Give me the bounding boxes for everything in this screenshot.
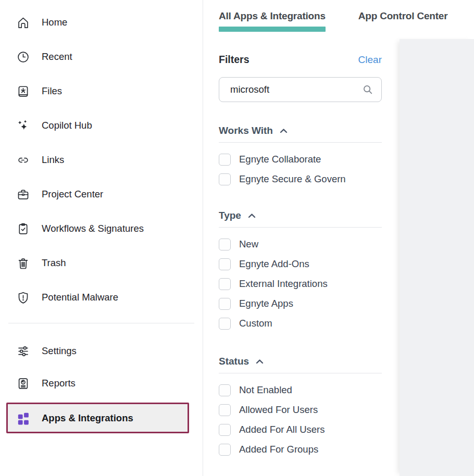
filter-panel: Filters Clear Works With — [219, 54, 382, 459]
section-title: Type — [219, 210, 241, 221]
section-divider — [219, 227, 382, 228]
filter-option-new[interactable]: New — [219, 234, 382, 254]
filter-option-added-for-all-users[interactable]: Added For All Users — [219, 420, 382, 440]
sidebar-item-settings[interactable]: Settings — [0, 335, 203, 367]
type-options: New Egnyte Add-Ons External Integrations… — [219, 234, 382, 333]
sidebar-item-label: Home — [42, 17, 67, 28]
sidebar-item-label: Potential Malware — [42, 292, 118, 303]
section-title: Status — [219, 356, 249, 367]
apps-grid-icon — [16, 411, 30, 425]
checkbox[interactable] — [219, 173, 231, 185]
app-window: Home Recent Files Copilot Hub — [0, 0, 474, 476]
sparkles-icon — [16, 119, 30, 133]
sidebar-item-recent[interactable]: Recent — [0, 40, 203, 74]
chevron-up-icon[interactable] — [280, 128, 288, 134]
sidebar-item-copilot-hub[interactable]: Copilot Hub — [0, 108, 203, 143]
tab-label: App Control Center — [358, 10, 448, 21]
checkbox[interactable] — [219, 154, 231, 166]
section-header-status[interactable]: Status — [219, 356, 382, 367]
tab-all-apps-integrations[interactable]: All Apps & Integrations — [219, 10, 326, 32]
main-content: All Apps & Integrations App Control Cent… — [203, 0, 474, 476]
filter-option-custom[interactable]: Custom — [219, 314, 382, 333]
link-icon — [16, 153, 30, 167]
checkbox[interactable] — [219, 404, 231, 416]
checkbox-label: Added For Groups — [239, 444, 318, 455]
active-tab-underline — [219, 27, 326, 32]
search-icon[interactable] — [362, 84, 373, 95]
shield-alert-icon — [16, 291, 30, 305]
checkbox-label: Egnyte Apps — [239, 298, 293, 309]
checkbox-label: Egnyte Secure & Govern — [239, 173, 346, 185]
checkbox[interactable] — [219, 424, 231, 436]
results-panel — [400, 39, 474, 476]
sidebar-item-apps-integrations[interactable]: Apps & Integrations — [6, 403, 189, 433]
briefcase-icon — [16, 187, 30, 202]
checkbox[interactable] — [219, 444, 231, 456]
trash-icon — [16, 256, 30, 270]
section-title: Works With — [219, 125, 273, 136]
checkbox-label: External Integrations — [239, 278, 328, 290]
sidebar-item-reports[interactable]: Reports — [0, 367, 203, 399]
checkbox-label: New — [239, 239, 258, 250]
section-divider — [219, 142, 382, 143]
search-box — [219, 77, 382, 102]
checkbox-label: Egnyte Add-Ons — [239, 258, 309, 270]
clock-icon — [16, 50, 30, 64]
filters-header: Filters Clear — [219, 54, 382, 66]
filter-option-external-integrations[interactable]: External Integrations — [219, 274, 382, 294]
sidebar-item-project-center[interactable]: Project Center — [0, 177, 203, 211]
checkbox[interactable] — [219, 318, 231, 330]
report-icon — [16, 377, 30, 391]
sidebar-item-trash[interactable]: Trash — [0, 246, 203, 280]
sidebar-item-label: Copilot Hub — [42, 120, 92, 131]
checkbox[interactable] — [219, 384, 231, 396]
sidebar-item-label: Links — [42, 154, 64, 166]
home-icon — [16, 16, 30, 30]
sidebar-item-label: Workflows & Signatures — [42, 223, 144, 234]
filter-section-works-with: Works With Egnyte Collaborate Egnyte Sec… — [219, 125, 382, 189]
checkbox[interactable] — [219, 298, 231, 310]
sidebar-item-links[interactable]: Links — [0, 143, 203, 177]
filter-option-egnyte-secure-govern[interactable]: Egnyte Secure & Govern — [219, 169, 382, 189]
filter-section-type: Type New Egnyte Add-Ons External — [219, 210, 382, 333]
checkbox[interactable] — [219, 239, 231, 250]
filter-option-allowed-for-users[interactable]: Allowed For Users — [219, 400, 382, 420]
files-icon — [16, 84, 30, 98]
section-header-type[interactable]: Type — [219, 210, 382, 221]
checkbox[interactable] — [219, 278, 231, 290]
sidebar-item-files[interactable]: Files — [0, 74, 203, 108]
tab-label: All Apps & Integrations — [219, 10, 326, 21]
checkbox[interactable] — [219, 258, 231, 270]
chevron-up-icon[interactable] — [248, 213, 256, 219]
filter-option-egnyte-collaborate[interactable]: Egnyte Collaborate — [219, 149, 382, 169]
sidebar-item-label: Recent — [42, 51, 72, 62]
section-header-works-with[interactable]: Works With — [219, 125, 382, 136]
sidebar-item-workflows-signatures[interactable]: Workflows & Signatures — [0, 211, 203, 246]
sidebar-item-home[interactable]: Home — [0, 5, 203, 40]
works-with-options: Egnyte Collaborate Egnyte Secure & Gover… — [219, 149, 382, 189]
status-options: Not Enabled Allowed For Users Added For … — [219, 380, 382, 459]
sidebar-divider — [8, 323, 194, 323]
sidebar-item-label: Reports — [42, 378, 76, 389]
search-input[interactable] — [219, 77, 382, 102]
tab-app-control-center[interactable]: App Control Center — [358, 10, 448, 32]
section-divider — [219, 373, 382, 373]
checkbox-label: Custom — [239, 318, 272, 329]
sidebar-item-label: Trash — [42, 257, 66, 269]
sidebar-item-label: Settings — [42, 345, 77, 357]
chevron-up-icon[interactable] — [256, 359, 264, 365]
clipboard-check-icon — [16, 222, 30, 236]
sidebar: Home Recent Files Copilot Hub — [0, 0, 203, 476]
clear-filters-link[interactable]: Clear — [358, 54, 382, 66]
checkbox-label: Allowed For Users — [239, 404, 318, 416]
checkbox-label: Not Enabled — [239, 384, 292, 396]
filter-section-status: Status Not Enabled Allowed For Users — [219, 356, 382, 459]
filter-option-not-enabled[interactable]: Not Enabled — [219, 380, 382, 400]
filter-option-added-for-groups[interactable]: Added For Groups — [219, 440, 382, 459]
sidebar-item-label: Files — [42, 85, 62, 97]
sidebar-item-potential-malware[interactable]: Potential Malware — [0, 280, 203, 315]
filter-option-egnyte-add-ons[interactable]: Egnyte Add-Ons — [219, 254, 382, 274]
filter-option-egnyte-apps[interactable]: Egnyte Apps — [219, 294, 382, 314]
filters-title: Filters — [219, 54, 250, 66]
sliders-icon — [16, 344, 30, 358]
